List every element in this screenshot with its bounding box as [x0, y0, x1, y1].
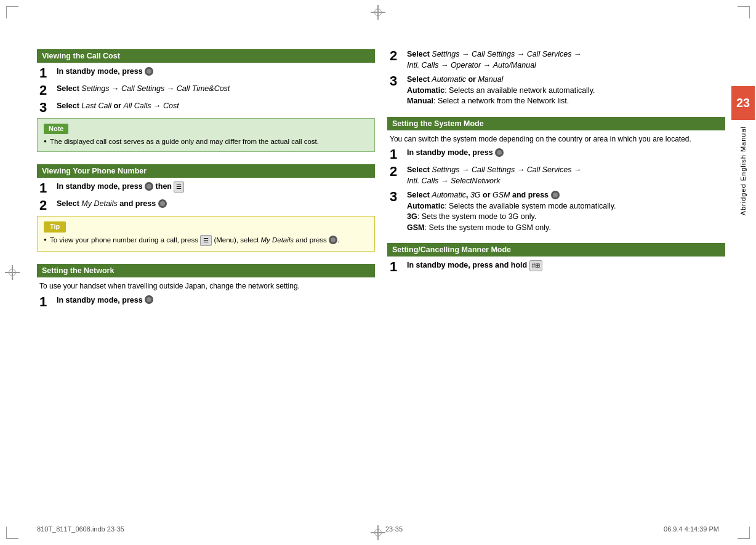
section-setting-manner-mode: Setting/Cancelling Manner Mode 1 In stan…	[387, 243, 725, 277]
note-text-vcc: The displayed call cost serves as a guid…	[44, 137, 368, 146]
section-setting-network-cont: 2 Select Settings → Call Settings → Call…	[387, 49, 725, 111]
button-icon-sn1	[145, 295, 153, 304]
step-number-ssm-2: 2	[390, 165, 403, 178]
button-icon-vpn1	[145, 182, 153, 191]
bottom-left-text: 810T_811T_0608.indb 23-35	[37, 525, 124, 533]
step-smm-1: 1 In standby mode, press and hold #⊞	[387, 260, 725, 274]
tip-text-vpn: To view your phone number during a call,…	[44, 235, 368, 246]
section-setting-network: Setting the Network To use your handset …	[37, 264, 375, 312]
corner-mark-tl	[6, 6, 18, 18]
step-content-vcc-1: In standby mode, press	[57, 66, 375, 78]
step-sn-1: 1 In standby mode, press	[37, 295, 375, 309]
page-number-tab: 23	[731, 86, 755, 120]
step-number-snr-3: 3	[390, 74, 403, 88]
step-vcc-3: 3 Select Last Call or All Calls → Cost	[37, 101, 375, 114]
right-sidebar: 23 Abridged English Manual	[730, 49, 756, 508]
step-content-sn-1: In standby mode, press	[57, 295, 375, 306]
step-content-vpn-1: In standby mode, press then ☰	[57, 181, 375, 193]
step-number-vpn-1: 1	[39, 181, 53, 195]
step-content-ssm-3: Select Automatic, 3G or GSM and press Au…	[407, 190, 725, 233]
step-number-sn-1: 1	[39, 295, 53, 309]
section-viewing-phone-number: Viewing Your Phone Number 1 In standby m…	[37, 164, 375, 257]
step-content-smm-1: In standby mode, press and hold #⊞	[407, 260, 725, 271]
bottom-right-text: 06.9.4 4:14:39 PM	[664, 525, 719, 533]
step-number-vcc-2: 2	[39, 84, 53, 97]
note-box-vcc: Note The displayed call cost serves as a…	[37, 118, 375, 152]
note-label-vcc: Note	[44, 124, 68, 134]
tip-box-vpn: Tip To view your phone number during a c…	[37, 216, 375, 251]
button-icon-tip	[329, 236, 337, 244]
content-area: Viewing the Call Cost 1 In standby mode,…	[37, 49, 725, 508]
page-ref: 23-35	[385, 525, 403, 533]
button-icon-vcc1	[145, 67, 153, 76]
step-content-snr-2: Select Settings → Call Settings → Call S…	[407, 49, 725, 71]
viewing-call-cost-header: Viewing the Call Cost	[37, 49, 375, 63]
step-content-vcc-2: Select Settings → Call Settings → Call T…	[57, 84, 375, 95]
step-content-ssm-1: In standby mode, press	[407, 148, 725, 159]
crosshair-top-circle	[374, 9, 382, 16]
step-content-ssm-2: Select Settings → Call Settings → Call S…	[407, 165, 725, 186]
setting-manner-mode-header: Setting/Cancelling Manner Mode	[387, 243, 725, 257]
step-number-ssm-1: 1	[390, 148, 403, 161]
page-number: 23	[736, 96, 750, 110]
corner-mark-bl	[6, 527, 18, 539]
step-vpn-1: 1 In standby mode, press then ☰	[37, 181, 375, 195]
tip-label-vpn: Tip	[44, 221, 66, 232]
section-viewing-call-cost: Viewing the Call Cost 1 In standby mode,…	[37, 49, 375, 158]
step-ssm-1: 1 In standby mode, press	[387, 148, 725, 161]
crosshair-left-circle	[9, 269, 16, 276]
button-icon-ssm1	[495, 148, 504, 157]
step-ssm-3: 3 Select Automatic, 3G or GSM and press …	[387, 190, 725, 233]
corner-mark-br	[738, 527, 750, 539]
key-icon-vpn1: ☰	[174, 181, 184, 193]
viewing-phone-number-header: Viewing Your Phone Number	[37, 164, 375, 178]
setting-network-intro: To use your handset when travelling outs…	[39, 281, 375, 292]
step-number-vpn-2: 2	[39, 199, 53, 212]
right-column: 2 Select Settings → Call Settings → Call…	[387, 49, 725, 508]
step-ssm-2: 2 Select Settings → Call Settings → Call…	[387, 165, 725, 186]
corner-mark-tr	[738, 6, 750, 18]
menu-icon-vpn: ☰	[200, 235, 212, 246]
setting-system-mode-intro: You can switch the system mode depending…	[390, 134, 725, 145]
button-icon-vpn2	[158, 199, 167, 208]
sidebar-label: Abridged English Manual	[739, 126, 747, 215]
step-vpn-2: 2 Select My Details and press	[37, 199, 375, 212]
step-snr-2: 2 Select Settings → Call Settings → Call…	[387, 49, 725, 71]
hash-icon-smm1: #⊞	[529, 260, 543, 271]
step-number-snr-2: 2	[390, 49, 403, 63]
step-number-vcc-1: 1	[39, 66, 53, 80]
step-snr-3: 3 Select Automatic or Manual Automatic: …	[387, 74, 725, 107]
section-setting-system-mode: Setting the System Mode You can switch t…	[387, 117, 725, 237]
page-container: 23 Abridged English Manual Viewing the C…	[0, 0, 756, 545]
button-icon-ssm3	[551, 191, 560, 199]
bottom-info: 810T_811T_0608.indb 23-35 23-35 06.9.4 4…	[37, 525, 719, 533]
step-content-vcc-3: Select Last Call or All Calls → Cost	[57, 101, 375, 112]
step-number-vcc-3: 3	[39, 101, 53, 114]
step-vcc-1: 1 In standby mode, press	[37, 66, 375, 80]
setting-system-mode-header: Setting the System Mode	[387, 117, 725, 130]
step-number-smm-1: 1	[390, 260, 403, 274]
step-number-ssm-3: 3	[390, 190, 403, 204]
step-content-vpn-2: Select My Details and press	[57, 199, 375, 210]
step-vcc-2: 2 Select Settings → Call Settings → Call…	[37, 84, 375, 97]
step-content-snr-3: Select Automatic or Manual Automatic: Se…	[407, 74, 725, 107]
setting-network-header: Setting the Network	[37, 264, 375, 277]
left-column: Viewing the Call Cost 1 In standby mode,…	[37, 49, 375, 508]
